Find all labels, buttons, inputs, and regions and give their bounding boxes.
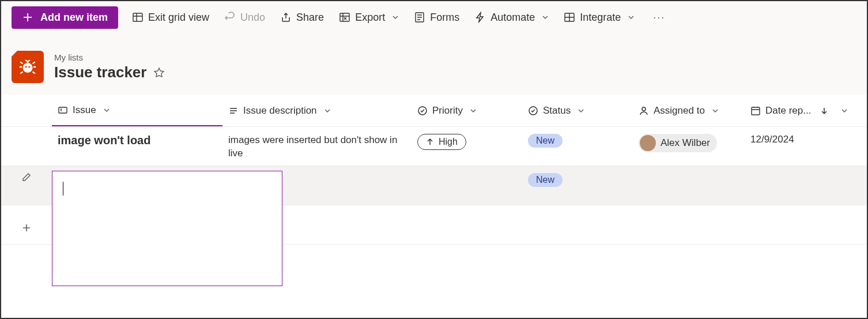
more-actions-button[interactable]: ···: [648, 9, 670, 26]
cell-priority[interactable]: High: [412, 133, 522, 151]
chevron-down-icon: [392, 14, 399, 21]
add-row-button[interactable]: [1, 223, 52, 233]
grid-header-row: Issue Issue description Priority Status …: [1, 95, 867, 127]
integrate-icon: [564, 12, 575, 23]
cell-date[interactable]: [745, 172, 867, 174]
command-bar: Add new item Exit grid view Undo Share E…: [1, 1, 867, 33]
cell-assigned[interactable]: Alex Wilber: [633, 133, 745, 155]
multiline-text-icon: [228, 106, 239, 116]
integrate-button[interactable]: Integrate: [563, 9, 636, 26]
chevron-down-icon: [628, 14, 635, 21]
assigned-name: Alex Wilber: [661, 137, 710, 149]
text-column-icon: [58, 105, 68, 115]
exit-grid-view-button[interactable]: Exit grid view: [131, 9, 210, 26]
page-title: Issue tracker: [54, 63, 146, 81]
text-cursor: [63, 182, 63, 196]
chevron-down-icon: [470, 107, 477, 114]
cell-description[interactable]: images were inserted but don't show in l…: [222, 133, 412, 162]
svg-rect-1: [340, 13, 349, 21]
svg-point-5: [25, 66, 27, 67]
svg-rect-0: [133, 13, 142, 21]
calendar-icon: [750, 106, 761, 116]
list-logo-icon: [12, 51, 44, 83]
integrate-label: Integrate: [580, 12, 621, 24]
bug-icon: [18, 57, 37, 77]
column-label: Issue description: [243, 105, 317, 117]
arrow-down-icon: [820, 107, 828, 115]
person-icon: [639, 106, 649, 116]
cell-status[interactable]: New: [522, 172, 633, 188]
export-icon: [339, 12, 350, 23]
issue-edit-input[interactable]: [52, 171, 282, 286]
column-label: Issue: [73, 104, 96, 116]
cell-priority[interactable]: [412, 172, 522, 174]
svg-point-4: [23, 63, 33, 73]
chevron-down-icon: [841, 107, 848, 114]
table-row-editing[interactable]: New: [1, 166, 867, 205]
favorite-star-button[interactable]: [153, 67, 165, 78]
share-button[interactable]: Share: [279, 9, 325, 26]
column-header-priority[interactable]: Priority: [412, 95, 522, 126]
svg-rect-7: [59, 107, 67, 113]
choice-icon: [528, 106, 538, 116]
chevron-down-icon: [712, 107, 719, 114]
avatar: [640, 135, 656, 151]
automate-label: Automate: [490, 12, 535, 24]
column-label: Date rep...: [765, 105, 811, 117]
export-label: Export: [355, 12, 385, 24]
add-new-item-button[interactable]: Add new item: [12, 6, 118, 29]
status-badge: New: [528, 134, 563, 148]
undo-label: Undo: [240, 12, 265, 24]
breadcrumb[interactable]: My lists: [54, 52, 165, 62]
share-icon: [280, 12, 292, 23]
automate-button[interactable]: Automate: [473, 9, 550, 26]
cell-date[interactable]: 12/9/2024: [745, 133, 867, 147]
data-grid: Issue Issue description Priority Status …: [1, 95, 867, 245]
column-header-description[interactable]: Issue description: [222, 95, 412, 126]
chevron-down-icon: [578, 107, 584, 114]
edit-row-indicator: [1, 172, 52, 182]
column-header-assigned[interactable]: Assigned to: [633, 95, 745, 126]
forms-icon: [414, 12, 425, 23]
automate-icon: [474, 12, 486, 23]
column-header-issue[interactable]: Issue: [52, 95, 222, 126]
priority-label: High: [439, 137, 458, 147]
chevron-down-icon: [103, 107, 110, 114]
forms-label: Forms: [430, 12, 459, 24]
list-header: My lists Issue tracker: [1, 33, 867, 95]
share-label: Share: [296, 12, 324, 24]
undo-icon: [224, 12, 236, 23]
cell-issue[interactable]: image won't load: [52, 133, 222, 148]
pencil-icon: [21, 172, 32, 182]
svg-point-10: [642, 107, 646, 111]
table-row[interactable]: image won't load images were inserted bu…: [1, 127, 867, 166]
svg-point-6: [28, 66, 30, 67]
plus-icon: [22, 12, 33, 23]
add-new-item-label: Add new item: [40, 12, 108, 24]
column-label: Assigned to: [654, 105, 705, 117]
cell-status[interactable]: New: [522, 133, 633, 149]
plus-icon: [21, 223, 32, 233]
grid-icon: [132, 12, 144, 23]
column-label: Status: [543, 105, 571, 117]
undo-button[interactable]: Undo: [223, 9, 266, 26]
chevron-down-icon: [324, 107, 331, 114]
forms-button[interactable]: Forms: [413, 9, 461, 26]
column-label: Priority: [432, 105, 463, 117]
status-badge: New: [528, 173, 563, 187]
choice-icon: [417, 106, 428, 116]
chevron-down-icon: [542, 14, 549, 21]
export-button[interactable]: Export: [338, 9, 400, 26]
arrow-up-icon: [426, 138, 434, 146]
cell-assigned[interactable]: [633, 172, 745, 174]
svg-rect-11: [752, 107, 760, 115]
column-header-date[interactable]: Date rep...: [745, 95, 867, 126]
column-header-status[interactable]: Status: [522, 95, 633, 126]
exit-grid-label: Exit grid view: [148, 12, 209, 24]
